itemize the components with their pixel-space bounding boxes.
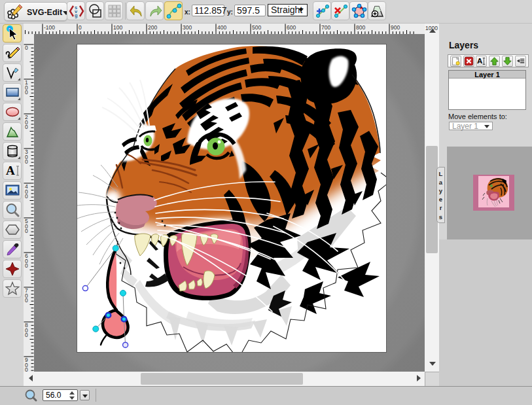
svg-text:0: 0	[25, 228, 28, 234]
svg-text:0: 0	[25, 332, 28, 338]
svg-text:700: 700	[321, 24, 330, 31]
svg-text:-100: -100	[44, 24, 55, 31]
svg-text:100: 100	[113, 24, 122, 31]
svg-text:800: 800	[356, 24, 365, 31]
svg-text:200: 200	[148, 24, 157, 31]
svg-text:0: 0	[25, 297, 28, 304]
svg-text:A: A	[477, 57, 482, 65]
svg-text:900: 900	[391, 24, 400, 31]
svg-text:0: 0	[25, 366, 28, 372]
svg-text:600: 600	[287, 24, 296, 31]
svg-text:g: g	[75, 12, 78, 18]
svg-text:500: 500	[252, 24, 261, 31]
svg-text:A: A	[6, 164, 15, 177]
svg-text:0: 0	[25, 262, 28, 269]
svg-text:0: 0	[25, 124, 28, 130]
svg-text:0: 0	[79, 24, 82, 31]
svg-text:300: 300	[183, 24, 192, 31]
svg-text:0: 0	[25, 89, 28, 96]
svg-text:400: 400	[217, 24, 226, 31]
svg-text:0: 0	[25, 193, 28, 200]
svg-text:0: 0	[25, 44, 28, 51]
svg-text:0: 0	[25, 158, 28, 165]
